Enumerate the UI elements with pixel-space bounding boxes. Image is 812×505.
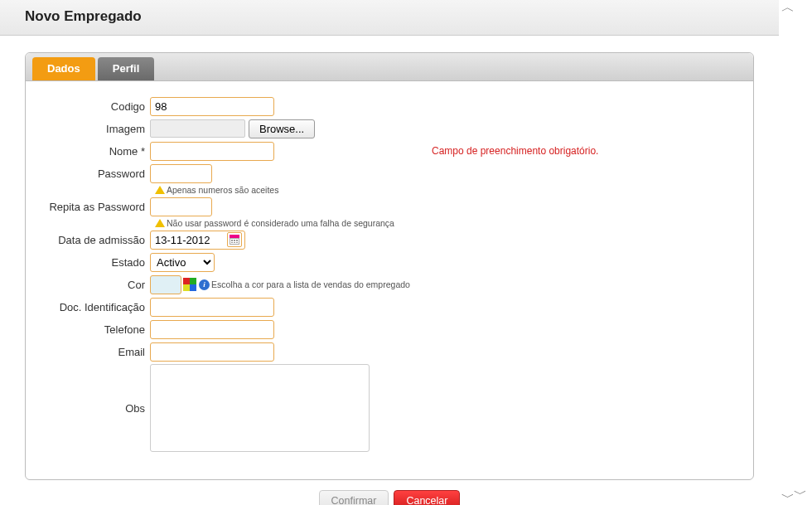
label-imagem: Imagem — [42, 123, 150, 135]
textarea-obs[interactable] — [150, 364, 370, 452]
page-title: Novo Empregado — [25, 8, 754, 25]
input-nome[interactable] — [150, 142, 274, 161]
cancel-button[interactable]: Cancelar — [394, 490, 460, 505]
label-password: Password — [42, 168, 150, 180]
tab-perfil[interactable]: Perfil — [98, 57, 155, 80]
info-icon: i — [199, 279, 210, 290]
hint-repass: Não usar password é considerado uma falh… — [155, 218, 737, 228]
input-cor[interactable] — [150, 275, 181, 294]
tab-dados[interactable]: Dados — [32, 57, 95, 80]
input-telefone[interactable] — [150, 320, 274, 339]
input-codigo[interactable] — [150, 97, 274, 116]
svg-rect-1 — [190, 278, 196, 284]
svg-rect-2 — [183, 284, 190, 291]
svg-rect-3 — [190, 284, 196, 291]
hint-cor-text: Escolha a cor para a lista de vendas do … — [211, 279, 410, 289]
form-area: Codigo Imagem Browse... Nome * Campo de … — [26, 81, 753, 463]
outer-scrollbar[interactable]: ﹀ — [781, 0, 812, 505]
calendar-icon[interactable] — [227, 232, 242, 247]
error-nome: Campo de preenchimento obrigatório. — [432, 145, 598, 157]
hint-repass-text: Não usar password é considerado uma falh… — [167, 218, 394, 228]
input-repass[interactable] — [150, 197, 212, 216]
input-doc[interactable] — [150, 298, 274, 317]
hint-cor: i Escolha a cor para a lista de vendas d… — [196, 279, 410, 290]
hint-password-text: Apenas numeros são aceites — [167, 185, 278, 195]
input-email[interactable] — [150, 342, 274, 362]
label-estado: Estado — [42, 256, 150, 269]
select-estado[interactable]: Activo — [150, 253, 215, 272]
hint-password: Apenas numeros são aceites — [155, 185, 737, 195]
color-picker-icon[interactable] — [183, 278, 196, 291]
label-repass: Repita as Password — [42, 201, 150, 213]
dialog-buttons: Confirmar Cancelar — [0, 490, 779, 505]
form-panel: Dados Perfil Codigo Imagem Browse... Nom… — [25, 52, 754, 480]
label-obs: Obs — [42, 402, 150, 415]
header-bar: Novo Empregado — [0, 0, 779, 36]
label-email: Email — [42, 346, 150, 358]
svg-rect-0 — [183, 278, 190, 284]
confirm-button[interactable]: Confirmar — [319, 490, 389, 505]
label-codigo: Codigo — [42, 100, 150, 113]
label-telefone: Telefone — [42, 323, 150, 336]
browse-button[interactable]: Browse... — [249, 119, 315, 138]
warn-icon — [155, 219, 165, 227]
label-nome: Nome * — [42, 145, 150, 158]
tab-bar: Dados Perfil — [26, 53, 753, 81]
warn-icon — [155, 186, 165, 194]
label-doc: Doc. Identificação — [42, 301, 150, 313]
label-cor: Cor — [42, 279, 150, 291]
file-name-display — [150, 119, 245, 138]
label-data-adm: Data de admissão — [42, 234, 150, 246]
scroll-down-icon[interactable]: ﹀ — [794, 488, 807, 500]
input-password[interactable] — [150, 164, 212, 183]
